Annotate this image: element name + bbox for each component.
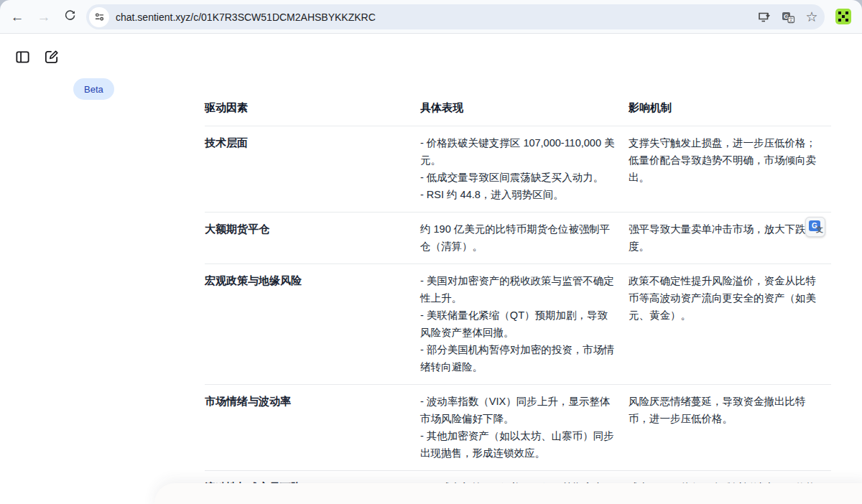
translate-wen-glyph: 文	[816, 225, 823, 235]
sidebar-toggle-button[interactable]	[11, 46, 33, 67]
translate-popup-button[interactable]: G 文	[805, 217, 825, 237]
cell-driving-factor: 大额期货平仓	[205, 220, 420, 255]
monitor-download-icon	[757, 10, 771, 24]
detail-line: - 波动率指数（VIX）同步上升，显示整体市场风险偏好下降。	[420, 393, 617, 427]
chat-input-dock[interactable]	[154, 483, 862, 504]
reload-icon	[64, 9, 76, 22]
url-text[interactable]: chat.sentient.xyz/c/01K7R3SCW51DCM2AHSBY…	[116, 11, 754, 23]
detail-line: - RSI 约 44.8，进入弱势区间。	[420, 186, 617, 203]
star-icon: ☆	[805, 10, 817, 24]
sidebar-panel-icon	[14, 49, 31, 65]
browser-toolbar: ← → chat.sentient.xyz/c/01K7R3SCW51DCM2A…	[0, 0, 862, 34]
translate-icon: G 文	[781, 10, 795, 24]
cell-driving-factor: 技术层面	[205, 134, 420, 203]
cell-specific-behavior: - 波动率指数（VIX）同步上升，显示整体市场风险偏好下降。- 其他加密资产（如…	[420, 393, 629, 462]
detail-line: - 部分美国机构暂停对加密的投资，市场情绪转向避险。	[420, 341, 617, 375]
detail-line: - 低成交量导致区间震荡缺乏买入动力。	[420, 169, 617, 186]
window-corner-left	[0, 0, 10, 10]
detail-line: - 价格跌破关键支撑区 107,000-110,000 美元。	[420, 134, 617, 169]
table-row: 技术层面- 价格跌破关键支撑区 107,000-110,000 美元。- 低成交…	[205, 126, 831, 213]
column-header: 具体表现	[420, 99, 629, 116]
reload-button[interactable]	[60, 7, 80, 27]
mechanism-line: 政策不确定性提升风险溢价，资金从比特币等高波动资产流向更安全的资产（如美元、黄金…	[629, 272, 820, 324]
cell-impact-mechanism: 支撑失守触发止损盘，进一步压低价格；低量价配合导致趋势不明确，市场倾向卖出。	[629, 134, 831, 203]
browser-extension-button[interactable]	[835, 8, 852, 25]
column-header: 驱动因素	[205, 99, 420, 116]
install-app-button[interactable]	[754, 7, 775, 27]
mechanism-line: 强平导致大量卖单冲击市场，放大下跌幅度。	[629, 220, 820, 255]
bookmark-star-button[interactable]: ☆	[801, 7, 822, 27]
detail-line: - 美联储量化紧缩（QT）预期加剧，导致风险资产整体回撤。	[420, 307, 617, 341]
translate-page-button[interactable]: G 文	[777, 7, 799, 27]
svg-text:文: 文	[789, 16, 794, 22]
cell-driving-factor: 宏观政策与地缘风险	[205, 272, 420, 375]
factors-table: 驱动因素具体表现影响机制技术层面- 价格跌破关键支撑区 107,000-110,…	[205, 99, 831, 504]
back-button[interactable]: ←	[7, 7, 27, 27]
window-corner-right	[852, 0, 862, 10]
beta-badge: Beta	[73, 78, 114, 100]
new-chat-button[interactable]	[40, 46, 62, 67]
cell-specific-behavior: 约 190 亿美元的比特币期货仓位被强制平仓（清算）。	[420, 220, 629, 255]
cell-specific-behavior: - 美国对加密资产的税收政策与监管不确定性上升。- 美联储量化紧缩（QT）预期加…	[420, 272, 629, 375]
cell-driving-factor: 市场情绪与波动率	[205, 393, 420, 462]
forward-button[interactable]: →	[34, 7, 54, 27]
mechanism-line: 风险厌恶情绪蔓延，导致资金撤出比特币，进一步压低价格。	[629, 393, 820, 427]
table-row: 大额期货平仓约 190 亿美元的比特币期货仓位被强制平仓（清算）。强平导致大量卖…	[205, 213, 831, 264]
table-row: 市场情绪与波动率- 波动率指数（VIX）同步上升，显示整体市场风险偏好下降。- …	[205, 385, 831, 471]
cell-impact-mechanism: 强平导致大量卖单冲击市场，放大下跌幅度。	[629, 220, 831, 255]
cell-impact-mechanism: 政策不确定性提升风险溢价，资金从比特币等高波动资产流向更安全的资产（如美元、黄金…	[629, 272, 831, 375]
compose-pencil-icon	[43, 49, 60, 65]
site-settings-button[interactable]	[89, 7, 109, 27]
table-row: 宏观政策与地缘风险- 美国对加密资产的税收政策与监管不确定性上升。- 美联储量化…	[205, 264, 831, 385]
detail-line: - 美国对加密资产的税收政策与监管不确定性上升。	[420, 272, 617, 307]
app-toolbar: Beta	[0, 34, 862, 77]
detail-line: 约 190 亿美元的比特币期货仓位被强制平仓（清算）。	[420, 220, 617, 255]
url-bar[interactable]: chat.sentient.xyz/c/01K7R3SCW51DCM2AHSBY…	[86, 4, 825, 29]
table-header-row: 驱动因素具体表现影响机制	[205, 99, 831, 126]
tune-icon	[94, 11, 105, 22]
cell-specific-behavior: - 价格跌破关键支撑区 107,000-110,000 美元。- 低成交量导致区…	[420, 134, 629, 203]
column-header: 影响机制	[629, 99, 831, 116]
green-extension-icon	[835, 8, 852, 25]
detail-line: - 其他加密资产（如以太坊、山寨币）同步出现抛售，形成连锁效应。	[420, 427, 617, 462]
mechanism-line: 支撑失守触发止损盘，进一步压低价格；低量价配合导致趋势不明确，市场倾向卖出。	[629, 134, 820, 186]
cell-impact-mechanism: 风险厌恶情绪蔓延，导致资金撤出比特币，进一步压低价格。	[629, 393, 831, 462]
